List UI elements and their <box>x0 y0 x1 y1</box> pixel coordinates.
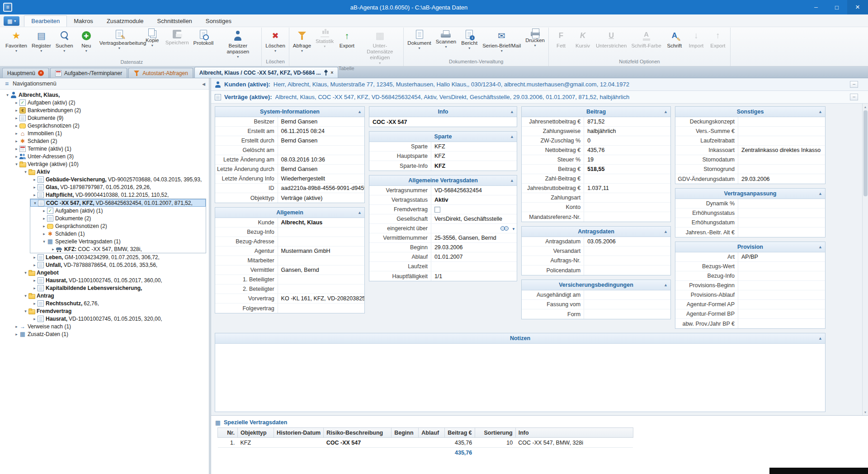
expand-arrow-icon[interactable]: ▸ <box>32 278 38 283</box>
ribbon-button-favoriten[interactable]: Favoriten▾ <box>3 28 29 59</box>
expand-arrow-icon[interactable]: ▸ <box>32 286 38 290</box>
tree-item-schäden-2[interactable]: ▸Schäden (2) <box>0 137 209 145</box>
expand-arrow-icon[interactable]: ▸ <box>14 139 19 143</box>
field-value[interactable]: 0 <box>584 137 670 144</box>
field-value[interactable]: 03.05.2006 <box>584 238 670 245</box>
collapse-arrow-icon[interactable]: ▾ <box>23 170 28 174</box>
ribbon-button-protokoll[interactable]: Protokoll <box>191 28 216 59</box>
field-value[interactable]: halbjährlich <box>584 128 670 134</box>
ribbon-button-kopie[interactable]: Kopie▾ <box>142 28 163 59</box>
field-value[interactable]: Bernd Gansen <box>278 137 364 144</box>
field-value[interactable]: COC -XX 547 <box>369 119 517 125</box>
document-tab-aufgaben-terminplaner[interactable]: Aufgaben-/Terminplaner <box>50 68 127 78</box>
field-value[interactable]: 1.037,11 <box>584 185 670 191</box>
expand-arrow-icon[interactable]: ▸ <box>14 116 19 120</box>
ribbon-button-neu[interactable]: Neu▾ <box>75 28 97 59</box>
ribbon-button-schrift[interactable]: Schrift <box>664 28 685 59</box>
field-value[interactable]: KO -KL 161, KFZ, VD-20820382544, <box>278 295 364 302</box>
close-tab-icon[interactable]: × <box>331 71 334 75</box>
field-value[interactable]: 19 <box>584 156 670 163</box>
panel-header-beitrag[interactable]: Beitrag▲ <box>522 107 670 117</box>
tree-item-gebäude-versicherung[interactable]: ▸Gebäude-Versicherung,VD-90025703688, 04… <box>0 175 209 183</box>
expand-arrow-icon[interactable]: ▸ <box>14 332 19 337</box>
column-header-beitrag[interactable]: Beitrag € <box>445 428 475 438</box>
field-value[interactable]: 08.03.2016 10:36 <box>278 156 364 163</box>
collapse-panel-icon[interactable]: ▲ <box>664 280 668 290</box>
vertical-scrollbar[interactable] <box>862 104 868 415</box>
notes-editor[interactable] <box>215 344 825 412</box>
expand-arrow-icon[interactable]: ▸ <box>14 154 19 159</box>
menu-tab-zusatzmodule[interactable]: Zusatzmodule <box>100 16 151 27</box>
tree-item-antrag[interactable]: ▾Antrag <box>0 292 209 299</box>
expand-arrow-icon[interactable]: ▸ <box>32 317 38 321</box>
scroll-up-icon[interactable] <box>864 104 867 109</box>
field-value[interactable] <box>431 207 517 213</box>
tree-item-haftpflicht[interactable]: ▸Haftpflicht,VD-99004410388, 01.12.2015,… <box>0 191 209 199</box>
collapse-panel-icon[interactable]: ▲ <box>510 132 514 142</box>
collapse-panel-icon[interactable]: ▲ <box>510 175 514 185</box>
ribbon-button-suchen[interactable]: Suchen▾ <box>53 28 75 59</box>
collapse-arrow-icon[interactable]: ▾ <box>41 239 47 244</box>
column-header-nr[interactable]: Nr. <box>218 428 238 438</box>
field-value[interactable]: VersDirekt, Geschäftsstelle <box>431 216 517 222</box>
field-value[interactable]: 435,76 <box>584 147 670 153</box>
document-tab-autostart-abfragen[interactable]: Autostart-Abfragen <box>128 68 193 78</box>
panel-header-system-informationen[interactable]: System-Informationen▲ <box>215 107 364 117</box>
document-tab-albrecht-klaus-coc-xx-547-kfz-vd-568[interactable]: Albrecht, Klaus / COC -XX 547, KFZ, VD-5… <box>194 67 339 78</box>
expand-arrow-icon[interactable]: ▸ <box>41 216 47 221</box>
scroll-down-icon[interactable] <box>864 409 867 415</box>
expand-arrow-icon[interactable]: ▸ <box>14 100 19 105</box>
collapse-panel-icon[interactable]: ▲ <box>818 333 822 343</box>
minimize-button[interactable] <box>806 0 826 14</box>
tree-item-immobilien-1[interactable]: ▸Immobilien (1) <box>0 129 209 137</box>
expand-arrow-icon[interactable]: ▸ <box>14 108 19 113</box>
field-value[interactable]: KFZ <box>431 163 517 169</box>
tree-item-unfall[interactable]: ▸Unfall,VD-78788878654, 01.05.2016, 353,… <box>0 261 209 269</box>
column-header-info[interactable]: Info <box>515 428 633 438</box>
tree-item-bankverbindungen-2[interactable]: ▸Bankverbindungen (2) <box>0 106 209 114</box>
tree-item-kapitalbildende-lebensversicherung[interactable]: ▸Kapitalbildende Lebensversicherung, <box>0 284 209 292</box>
tree-item-angebot[interactable]: ▾Angebot <box>0 269 209 276</box>
close-tab-icon[interactable]: × <box>38 70 44 76</box>
expand-arrow-icon[interactable]: ▸ <box>32 301 38 306</box>
panel-header-provision[interactable]: Provision▲ <box>675 242 825 252</box>
collapse-arrow-icon[interactable]: ▾ <box>5 93 10 97</box>
collapse-panel-icon[interactable]: ▲ <box>818 189 822 199</box>
close-button[interactable] <box>847 0 868 14</box>
tree-item-aufgaben-aktiv-1[interactable]: ▸Aufgaben (aktiv) (1) <box>30 207 206 214</box>
field-value[interactable]: Bernd Gansen <box>278 166 364 172</box>
collapse-panel-icon[interactable]: ▲ <box>664 107 668 117</box>
checkbox-icon[interactable] <box>434 207 440 213</box>
expand-arrow-icon[interactable]: ▸ <box>32 263 38 267</box>
panel-header-allgemein[interactable]: Allgemein▲ <box>215 208 364 218</box>
ribbon-button-export[interactable]: Export <box>336 28 358 66</box>
field-value[interactable]: AP/BP <box>738 254 825 260</box>
expand-arrow-icon[interactable]: ▸ <box>14 123 19 128</box>
column-header-historien-datum[interactable]: Historien-Datum <box>274 428 324 438</box>
tree-item-leben[interactable]: ▸Leben,GM-10034234299, 01.07.2025, 306,7… <box>0 253 209 261</box>
menu-tab-bearbeiten[interactable]: Bearbeiten <box>24 15 67 27</box>
ribbon-button-drucken[interactable]: Drucken▾ <box>523 28 547 59</box>
tree-item-unter-adressen-3[interactable]: ▸Unter-Adressen (3) <box>0 152 209 160</box>
collapse-panel-icon[interactable]: ▲ <box>818 107 822 117</box>
expand-arrow-icon[interactable]: ▸ <box>14 131 19 136</box>
expand-arrow-icon[interactable]: ▸ <box>14 324 19 329</box>
field-value[interactable]: 01.01.2007 <box>431 254 517 260</box>
tree-item-dokumente-9[interactable]: ▸Dokumente (9) <box>0 114 209 122</box>
collapse-arrow-icon[interactable]: ▾ <box>32 201 38 205</box>
collapse-panel-icon[interactable]: ▲ <box>358 107 362 117</box>
field-value[interactable]: Albrecht, Klaus <box>278 219 364 226</box>
tree-item-glas[interactable]: ▸Glas,VD-18798797987, 01.05.2016, 29,26, <box>0 183 209 191</box>
panel-header-antragsdaten[interactable]: Antragsdaten▲ <box>522 227 670 237</box>
field-value[interactable]: 29.03.2006 <box>738 176 825 182</box>
tree-item-schäden-1[interactable]: ▸Schäden (1) <box>30 230 206 237</box>
expand-arrow-icon[interactable]: ▸ <box>32 177 38 182</box>
ribbon-button-löschen[interactable]: Löschen▾ <box>263 28 287 59</box>
column-header-sortierung[interactable]: Sortierung <box>475 428 515 438</box>
collapse-panel-icon[interactable] <box>202 81 205 87</box>
tree-item-zusatz-daten-1[interactable]: ▸Zusatz-Daten (1) <box>0 330 209 338</box>
collapse-arrow-icon[interactable]: ▾ <box>23 270 28 275</box>
binoculars-icon[interactable] <box>500 226 509 231</box>
expand-arrow-icon[interactable]: ▸ <box>41 232 47 236</box>
field-value[interactable]: 25-3556, Gansen, Bernd <box>431 235 517 241</box>
